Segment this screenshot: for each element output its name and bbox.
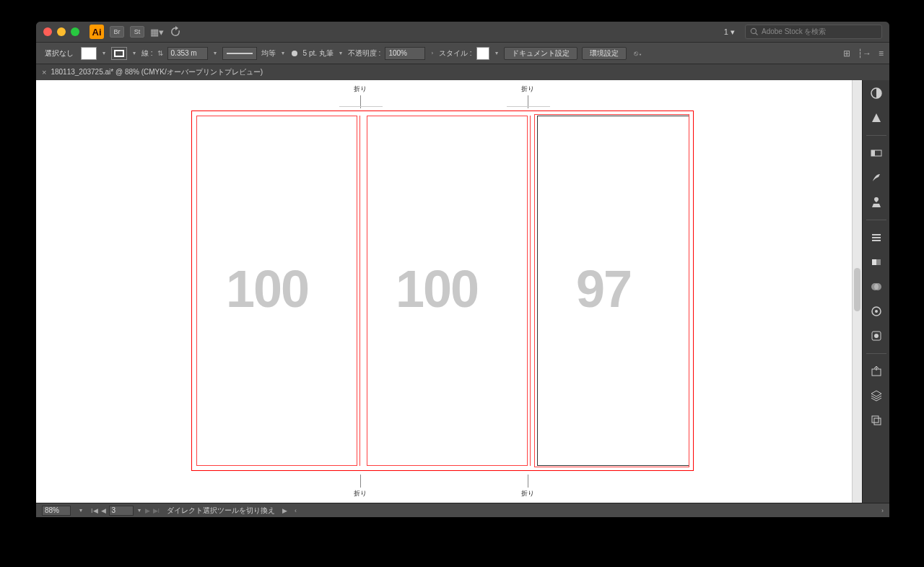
fold-mark-top: 折り bbox=[510, 85, 546, 108]
next-icon[interactable]: ▶ bbox=[145, 507, 150, 514]
graphic-styles-icon[interactable] bbox=[869, 329, 884, 343]
document-setup-button[interactable]: ドキュメント設定 bbox=[504, 47, 578, 60]
chevron-down-icon[interactable]: ▾ bbox=[101, 50, 107, 56]
svg-rect-7 bbox=[872, 259, 876, 265]
chevron-right-icon[interactable]: › bbox=[430, 50, 435, 56]
search-icon bbox=[750, 27, 759, 36]
style-swatch[interactable] bbox=[476, 47, 489, 60]
last-icon[interactable]: ▶I bbox=[153, 507, 160, 514]
appearance-icon[interactable] bbox=[869, 304, 884, 319]
fold-mark-bottom: 折り bbox=[510, 475, 546, 498]
scrollbar-thumb[interactable] bbox=[854, 268, 860, 311]
align-icon[interactable]: ⎋▾ bbox=[634, 49, 642, 57]
document-tabs: × 180113_203725.ai* @ 88% (CMYK/オーバープリント… bbox=[36, 64, 889, 80]
close-icon[interactable] bbox=[43, 27, 52, 36]
tick-icon bbox=[528, 475, 528, 488]
chevron-down-icon[interactable]: ▾ bbox=[136, 507, 142, 514]
panel-dock bbox=[862, 80, 889, 503]
svg-rect-2 bbox=[871, 150, 875, 156]
ruler-mark bbox=[339, 106, 383, 107]
fill-swatch[interactable] bbox=[81, 47, 97, 60]
document-tab[interactable]: × 180113_203725.ai* @ 88% (CMYK/オーバープリント… bbox=[42, 67, 263, 77]
stock-search[interactable]: Adobe Stock を検索 bbox=[745, 25, 882, 39]
fold-guide bbox=[530, 116, 531, 466]
layers-icon[interactable] bbox=[869, 389, 884, 403]
align-panel-icon[interactable]: ┆→ bbox=[858, 48, 871, 59]
workspace-switcher[interactable]: 1 ▾ bbox=[720, 27, 739, 37]
control-bar: 選択なし ▾ ▾ 線 : ⇅ 0.353 m▾ 均等▾ 5 pt. 丸筆▾ 不透… bbox=[36, 42, 889, 64]
chevron-down-icon[interactable]: ▾ bbox=[338, 50, 344, 56]
artboards-icon[interactable] bbox=[869, 413, 884, 428]
titlebar: Ai Br St ▦▾ 1 ▾ Adobe Stock を検索 bbox=[36, 22, 889, 42]
export-icon[interactable] bbox=[869, 364, 884, 378]
tab-title: 180113_203725.ai* @ 88% (CMYK/オーバープリントプレ… bbox=[51, 67, 263, 77]
style-label: スタイル : bbox=[439, 48, 472, 59]
panel-width-3: 97 bbox=[576, 259, 631, 319]
panel-width-1: 100 bbox=[226, 259, 308, 319]
chevron-down-icon[interactable]: ▾ bbox=[212, 50, 218, 56]
collapse-icon[interactable]: ‹ bbox=[295, 507, 297, 514]
brushes-icon[interactable] bbox=[869, 170, 884, 185]
stepper-icon[interactable]: ⇅ bbox=[157, 49, 163, 57]
svg-point-9 bbox=[874, 283, 881, 290]
color-icon[interactable] bbox=[869, 86, 884, 100]
canvas-area[interactable]: 100 100 97 折り 折り 折り 折り bbox=[36, 80, 862, 503]
window-controls bbox=[43, 27, 79, 36]
arrange-icon[interactable]: ▦▾ bbox=[150, 27, 164, 38]
status-hint: ダイレクト選択ツールを切り換え bbox=[167, 506, 275, 516]
brush-dot-icon bbox=[292, 51, 297, 56]
ruler-mark bbox=[507, 106, 550, 107]
selection-label: 選択なし bbox=[42, 48, 77, 59]
profile-label: 均等 bbox=[261, 48, 276, 59]
first-icon[interactable]: I◀ bbox=[91, 507, 98, 514]
menu-icon[interactable]: ≡ bbox=[879, 48, 884, 59]
chevron-down-icon[interactable]: ▾ bbox=[78, 507, 84, 514]
transparency-icon[interactable] bbox=[869, 280, 884, 294]
svg-rect-15 bbox=[872, 416, 879, 423]
stroke-icon[interactable] bbox=[869, 230, 884, 245]
svg-point-11 bbox=[875, 310, 878, 313]
stock-search-placeholder: Adobe Stock を検索 bbox=[762, 27, 826, 37]
gradient-icon[interactable] bbox=[869, 255, 884, 269]
stroke-profile[interactable] bbox=[222, 47, 257, 60]
opacity-label: 不透明度 : bbox=[348, 48, 381, 59]
minimize-icon[interactable] bbox=[57, 27, 66, 36]
zoom-input[interactable]: 88% bbox=[42, 506, 71, 516]
app-window: Ai Br St ▦▾ 1 ▾ Adobe Stock を検索 選択なし ▾ ▾… bbox=[36, 22, 889, 517]
preferences-button[interactable]: 環境設定 bbox=[582, 47, 627, 60]
tick-icon bbox=[360, 475, 361, 488]
artboard-number-input[interactable]: 3 bbox=[109, 506, 134, 516]
vertical-scrollbar[interactable] bbox=[852, 80, 862, 503]
panel-width-2: 100 bbox=[396, 259, 478, 319]
artboard-nav: I◀ ◀ 3 ▾ ▶ ▶I bbox=[91, 506, 160, 516]
svg-point-13 bbox=[874, 334, 879, 338]
opacity-input[interactable]: 100% bbox=[385, 47, 425, 60]
stroke-label: 線 : bbox=[141, 48, 153, 59]
chevron-down-icon[interactable]: ▾ bbox=[494, 50, 500, 56]
play-icon[interactable]: ▶ bbox=[282, 507, 287, 514]
status-bar: 88% ▾ I◀ ◀ 3 ▾ ▶ ▶I ダイレクト選択ツールを切り換え ▶ ‹ … bbox=[36, 503, 889, 517]
bridge-badge[interactable]: Br bbox=[110, 26, 124, 38]
app-icon: Ai bbox=[90, 25, 104, 39]
sync-icon[interactable] bbox=[170, 26, 181, 38]
fold-mark-bottom: 折り bbox=[342, 475, 378, 498]
color-guide-icon[interactable] bbox=[869, 111, 884, 125]
chevron-down-icon[interactable]: ▾ bbox=[280, 50, 286, 56]
scroll-right-icon[interactable]: › bbox=[881, 507, 884, 514]
symbols-icon[interactable] bbox=[869, 195, 884, 209]
stock-badge[interactable]: St bbox=[130, 26, 144, 38]
svg-rect-5 bbox=[872, 240, 881, 241]
prev-icon[interactable]: ◀ bbox=[101, 507, 106, 514]
chevron-down-icon[interactable]: ▾ bbox=[131, 50, 137, 56]
stroke-swatch[interactable] bbox=[111, 47, 127, 60]
svg-rect-4 bbox=[872, 237, 881, 238]
maximize-icon[interactable] bbox=[71, 27, 79, 36]
stroke-weight-input[interactable]: 0.353 m bbox=[167, 47, 208, 60]
transform-icon[interactable]: ⊞ bbox=[843, 48, 850, 59]
fold-mark-top: 折り bbox=[342, 85, 378, 108]
svg-rect-16 bbox=[874, 418, 881, 425]
brush-label[interactable]: 5 pt. 丸筆 bbox=[303, 48, 334, 59]
swatches-icon[interactable] bbox=[869, 146, 884, 160]
canvas[interactable]: 100 100 97 折り 折り 折り 折り bbox=[36, 80, 862, 503]
close-tab-icon[interactable]: × bbox=[42, 68, 46, 77]
